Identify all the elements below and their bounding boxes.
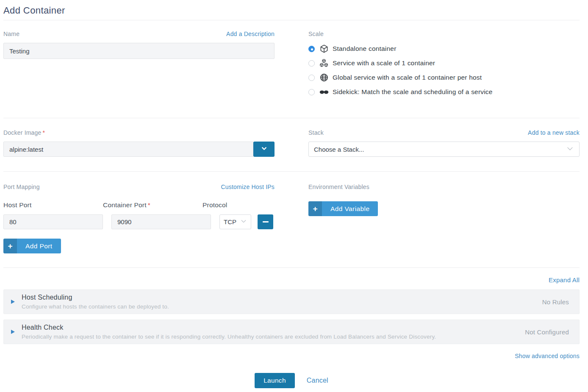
expand-arrow-icon[interactable] [11, 300, 15, 304]
stack-select-value: Choose a Stack... [314, 146, 364, 153]
expand-all-link[interactable]: Expand All [549, 276, 580, 284]
scale-option-label: Standalone container [333, 45, 397, 53]
plus-icon: + [308, 201, 322, 216]
name-label: Name [3, 31, 19, 37]
scale-option-service[interactable]: Service with a scale of 1 container [308, 58, 580, 68]
add-variable-label: Add Variable [322, 201, 378, 216]
host-port-input[interactable] [3, 214, 103, 229]
accordion-status: Not Configured [525, 328, 569, 336]
protocol-select[interactable]: TCP [219, 214, 251, 229]
ports-env-section: Port Mapping Customize Host IPs Host Por… [3, 172, 580, 267]
minus-icon [263, 221, 269, 222]
globe-icon [319, 72, 329, 83]
scale-label: Scale [308, 31, 324, 37]
accordion-title: Host Scheduling [22, 294, 530, 301]
scale-option-label: Service with a scale of 1 container [333, 59, 435, 67]
radio-button[interactable] [308, 75, 315, 81]
add-new-stack-link[interactable]: Add to a new stack [528, 129, 580, 136]
page-title: Add Container [3, 0, 580, 20]
container-port-label: Container Port* [103, 201, 202, 209]
port-mapping-row: TCP [3, 214, 275, 229]
radio-button[interactable] [308, 46, 315, 52]
name-scale-section: Name Add a Description Scale S [3, 20, 580, 118]
show-advanced-options-link[interactable]: Show advanced options [515, 353, 580, 359]
customize-host-ips-link[interactable]: Customize Host IPs [221, 183, 275, 190]
scale-options: Standalone container Service with a scal… [308, 43, 580, 97]
container-port-input[interactable] [111, 214, 211, 229]
chevron-down-icon [566, 145, 574, 154]
health-check-accordion[interactable]: Health Check Periodically make a request… [3, 320, 580, 344]
required-asterisk: * [148, 201, 150, 209]
image-dropdown-button[interactable] [253, 142, 275, 157]
environment-variables-label: Environment Variables [308, 183, 369, 190]
docker-image-input[interactable] [3, 142, 253, 157]
scale-option-global[interactable]: Global service with a scale of 1 contain… [308, 72, 580, 83]
accordion-description: Periodically make a request to the conta… [22, 334, 512, 340]
accordion-description: Configure what hosts the containers can … [22, 303, 530, 310]
add-description-link[interactable]: Add a Description [226, 31, 275, 37]
host-scheduling-accordion[interactable]: Host Scheduling Configure what hosts the… [3, 289, 580, 314]
add-port-button[interactable]: + Add Port [3, 239, 61, 253]
scale-option-label: Global service with a scale of 1 contain… [333, 74, 482, 81]
plus-icon: + [3, 239, 17, 253]
required-asterisk: * [43, 129, 45, 136]
remove-port-button[interactable] [258, 214, 273, 229]
expand-arrow-icon[interactable] [11, 330, 15, 334]
radio-button[interactable] [308, 60, 315, 67]
port-mapping-label: Port Mapping [3, 183, 40, 190]
host-port-label: Host Port [3, 201, 103, 209]
image-stack-section: Docker Image* Stack Add to a new stack C… [3, 118, 580, 171]
protocol-select-value: TCP [224, 218, 236, 225]
protocol-label: Protocol [202, 201, 234, 209]
scale-option-sidekick[interactable]: Sidekick: Match the scale and scheduling… [308, 87, 580, 97]
service-cluster-icon [319, 58, 329, 68]
scale-option-standalone[interactable]: Standalone container [308, 44, 580, 54]
stack-select[interactable]: Choose a Stack... [308, 142, 580, 157]
docker-image-label: Docker Image* [3, 129, 45, 136]
name-input[interactable] [3, 43, 275, 59]
launch-button[interactable]: Launch [255, 373, 295, 388]
chevron-down-icon [261, 145, 268, 153]
radio-button[interactable] [308, 89, 315, 95]
add-container-form: Add Container Name Add a Description Sca… [0, 0, 588, 388]
cancel-link[interactable]: Cancel [307, 377, 328, 384]
accordion-title: Health Check [22, 324, 512, 331]
add-port-label: Add Port [17, 239, 61, 253]
add-variable-button[interactable]: + Add Variable [308, 201, 378, 216]
stack-label: Stack [308, 129, 324, 136]
chevron-down-icon [240, 218, 247, 226]
cube-icon [319, 44, 329, 54]
mask-icon [319, 87, 329, 97]
form-actions: Launch Cancel [3, 364, 580, 388]
accordion-status: No Rules [542, 298, 569, 306]
scale-option-label: Sidekick: Match the scale and scheduling… [333, 88, 493, 96]
